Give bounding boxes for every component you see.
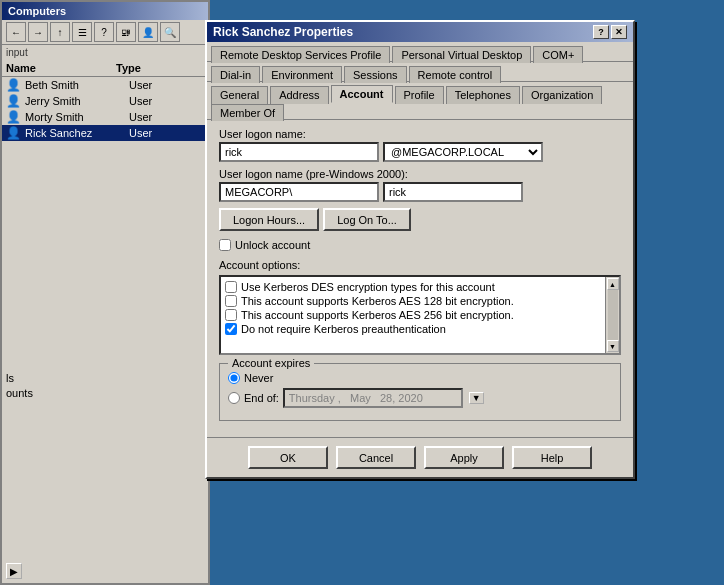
options-scrollbar: ▲ ▼ — [605, 277, 619, 353]
pre2000-user-input[interactable] — [383, 182, 523, 202]
tab-remote-control[interactable]: Remote control — [409, 66, 502, 83]
account-option-checkbox-3[interactable] — [225, 323, 237, 335]
tab-profile[interactable]: Profile — [395, 86, 444, 104]
user-icon-2: 👤 — [6, 110, 21, 124]
toolbar-list[interactable]: ☰ — [72, 22, 92, 42]
hours-row: Logon Hours... Log On To... — [219, 208, 621, 231]
account-option-item: Do not require Kerberos preauthenticatio… — [225, 323, 601, 335]
dialog-titlebar: Rick Sanchez Properties ? ✕ — [207, 22, 633, 42]
toolbar-back[interactable]: ← — [6, 22, 26, 42]
unlock-label: Unlock account — [235, 239, 310, 251]
endof-radio[interactable] — [228, 392, 240, 404]
tree-item-type: User — [129, 111, 179, 123]
domain-select[interactable]: @MEGACORP.LOCAL — [383, 142, 543, 162]
endof-row: End of: ▼ — [228, 388, 612, 408]
tab-dialin[interactable]: Dial-in — [211, 66, 260, 83]
tab-organization[interactable]: Organization — [522, 86, 602, 104]
dialog-title: Rick Sanchez Properties — [213, 25, 353, 39]
account-option-label-3: Do not require Kerberos preauthenticatio… — [241, 323, 446, 335]
ok-btn[interactable]: OK — [248, 446, 328, 469]
pre2000-label: User logon name (pre-Windows 2000): — [219, 168, 621, 180]
tab-sessions[interactable]: Sessions — [344, 66, 407, 83]
toolbar-search[interactable]: 🔍 — [160, 22, 180, 42]
bg-titlebar: Computers — [2, 2, 208, 20]
user-icon-1: 👤 — [6, 94, 21, 108]
title-buttons: ? ✕ — [593, 25, 627, 39]
toolbar-help[interactable]: ? — [94, 22, 114, 42]
tab-com[interactable]: COM+ — [533, 46, 583, 63]
tree-item[interactable]: 👤 Rick Sanchez User — [2, 125, 208, 141]
toolbar-up[interactable]: ↑ — [50, 22, 70, 42]
tab-telephones[interactable]: Telephones — [446, 86, 520, 104]
tree-item[interactable]: 👤 Beth Smith User — [2, 77, 208, 93]
expand-btn[interactable]: ▶ — [6, 563, 22, 579]
tree-item[interactable]: 👤 Jerry Smith User — [2, 93, 208, 109]
tree-item-type: User — [129, 79, 179, 91]
tree-item-type: User — [129, 95, 179, 107]
date-dropdown-btn[interactable]: ▼ — [469, 392, 484, 404]
help-btn[interactable]: Help — [512, 446, 592, 469]
tabs-row3: General Address Account Profile Telephon… — [207, 82, 633, 120]
tabs-row1: Remote Desktop Services Profile Personal… — [207, 42, 633, 62]
account-option-checkbox-0[interactable] — [225, 281, 237, 293]
tab-general[interactable]: General — [211, 86, 268, 104]
pre2000-row — [219, 182, 621, 202]
logon-hours-btn[interactable]: Logon Hours... — [219, 208, 319, 231]
tree-item-name: Rick Sanchez — [25, 127, 125, 139]
tab-address[interactable]: Address — [270, 86, 328, 104]
logon-input[interactable] — [219, 142, 379, 162]
account-option-checkbox-1[interactable] — [225, 295, 237, 307]
input-label: input — [2, 45, 208, 60]
logon-to-btn[interactable]: Log On To... — [323, 208, 411, 231]
title-question-btn[interactable]: ? — [593, 25, 609, 39]
endof-label: End of: — [244, 392, 279, 404]
pre2000-domain-input[interactable] — [219, 182, 379, 202]
scroll-track — [608, 290, 618, 340]
date-input[interactable] — [283, 388, 463, 408]
scroll-up-btn[interactable]: ▲ — [607, 278, 619, 290]
col-type: Type — [116, 62, 141, 74]
col-name: Name — [6, 62, 116, 74]
account-options-wrapper: Use Kerberos DES encryption types for th… — [219, 275, 621, 355]
toolbar-computer[interactable]: 🖳 — [116, 22, 136, 42]
account-option-checkbox-2[interactable] — [225, 309, 237, 321]
cancel-btn[interactable]: Cancel — [336, 446, 416, 469]
account-options-label: Account options: — [219, 259, 621, 271]
account-option-label-2: This account supports Kerberos AES 256 b… — [241, 309, 514, 321]
toolbar-forward[interactable]: → — [28, 22, 48, 42]
apply-btn[interactable]: Apply — [424, 446, 504, 469]
tab-remote-desktop[interactable]: Remote Desktop Services Profile — [211, 46, 390, 63]
never-label: Never — [244, 372, 273, 384]
tab-account[interactable]: Account — [331, 85, 393, 103]
tree-item-name: Morty Smith — [25, 111, 125, 123]
computers-window: Computers ← → ↑ ☰ ? 🖳 👤 🔍 input Name Typ… — [0, 0, 210, 585]
tab-pvd[interactable]: Personal Virtual Desktop — [392, 46, 531, 63]
account-option-item: Use Kerberos DES encryption types for th… — [225, 281, 601, 293]
tree-item-type: User — [129, 127, 179, 139]
left-label-ls: ls — [6, 372, 14, 384]
title-close-btn[interactable]: ✕ — [611, 25, 627, 39]
tab-member-of[interactable]: Member Of — [211, 104, 284, 121]
tree-item-name: Jerry Smith — [25, 95, 125, 107]
never-row: Never — [228, 372, 612, 384]
never-radio[interactable] — [228, 372, 240, 384]
logon-label: User logon name: — [219, 128, 621, 140]
account-option-item: This account supports Kerberos AES 128 b… — [225, 295, 601, 307]
tree-item-name: Beth Smith — [25, 79, 125, 91]
user-icon-3: 👤 — [6, 126, 21, 140]
tree-item[interactable]: 👤 Morty Smith User — [2, 109, 208, 125]
logon-row: @MEGACORP.LOCAL — [219, 142, 621, 162]
toolbar-user[interactable]: 👤 — [138, 22, 158, 42]
scroll-down-btn[interactable]: ▼ — [607, 340, 619, 352]
toolbar: ← → ↑ ☰ ? 🖳 👤 🔍 — [2, 20, 208, 45]
dialog-content: User logon name: @MEGACORP.LOCAL User lo… — [207, 120, 633, 437]
account-options-list: Use Kerberos DES encryption types for th… — [221, 277, 605, 353]
tab-environment[interactable]: Environment — [262, 66, 342, 83]
unlock-row: Unlock account — [219, 239, 621, 251]
unlock-checkbox[interactable] — [219, 239, 231, 251]
account-option-label-1: This account supports Kerberos AES 128 b… — [241, 295, 514, 307]
dialog-footer: OK Cancel Apply Help — [207, 437, 633, 477]
user-icon-0: 👤 — [6, 78, 21, 92]
bg-title-text: Computers — [8, 5, 66, 17]
tree-items-list: 👤 Beth Smith User 👤 Jerry Smith User 👤 M… — [2, 77, 208, 141]
